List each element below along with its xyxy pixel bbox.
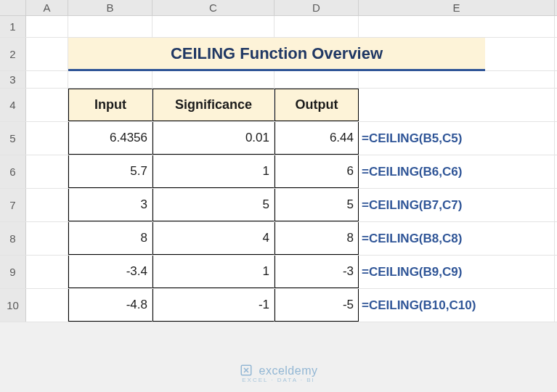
cell-output[interactable]: 6.44 [275,122,359,155]
cell-formula[interactable]: =CEILING(B8,C8) [359,222,555,255]
cell-output[interactable]: 5 [275,189,359,221]
cell-input[interactable]: 6.4356 [68,122,153,155]
cell-D3[interactable] [275,71,359,88]
cell-input[interactable]: 5.7 [68,155,153,188]
cell-formula[interactable]: =CEILING(B5,C5) [359,122,555,155]
cell-A2[interactable] [26,38,68,70]
cell-B1[interactable] [68,16,153,37]
cell-input[interactable]: -3.4 [68,256,153,288]
row-7: 7 3 5 5 =CEILING(B7,C7) [0,189,557,222]
cell-input[interactable]: 3 [68,189,153,221]
row-header-2[interactable]: 2 [0,38,26,70]
cell-output[interactable]: -5 [275,289,359,322]
row-6: 6 5.7 1 6 =CEILING(B6,C6) [0,155,557,189]
cell-C1[interactable] [153,16,275,37]
row-5: 5 6.4356 0.01 6.44 =CEILING(B5,C5) [0,122,557,155]
cell-A8[interactable] [26,222,68,255]
row-4: 4 Input Significance Output [0,89,557,122]
cell-A1[interactable] [26,16,68,37]
row-8: 8 8 4 8 =CEILING(B8,C8) [0,222,557,256]
col-header-D[interactable]: D [275,0,359,15]
row-header-10[interactable]: 10 [0,289,26,322]
row-header-1[interactable]: 1 [0,16,26,37]
cell-A4[interactable] [26,89,68,121]
col-header-C[interactable]: C [153,0,275,15]
row-9: 9 -3.4 1 -3 =CEILING(B9,C9) [0,256,557,289]
cell-significance[interactable]: 4 [153,222,275,255]
cell-significance[interactable]: -1 [153,289,275,322]
cell-formula[interactable]: =CEILING(B6,C6) [359,155,555,188]
cell-output[interactable]: 8 [275,222,359,255]
cell-formula[interactable]: =CEILING(B7,C7) [359,189,555,221]
row-header-9[interactable]: 9 [0,256,26,288]
cell-significance[interactable]: 1 [153,155,275,188]
cell-C3[interactable] [153,71,275,88]
row-header-3[interactable]: 3 [0,71,26,88]
cell-output[interactable]: 6 [275,155,359,188]
col-header-E[interactable]: E [359,0,555,15]
cell-significance[interactable]: 5 [153,189,275,221]
cell-significance[interactable]: 1 [153,256,275,288]
row-header-4[interactable]: 4 [0,89,26,121]
header-significance[interactable]: Significance [153,89,275,121]
cell-A6[interactable] [26,155,68,188]
cell-output[interactable]: -3 [275,256,359,288]
cell-B3[interactable] [68,71,153,88]
cell-E1[interactable] [359,16,555,37]
row-10: 10 -4.8 -1 -5 =CEILING(B10,C10) [0,289,557,322]
cell-E3[interactable] [359,71,555,88]
header-input[interactable]: Input [68,89,153,121]
row-3: 3 [0,71,557,89]
spreadsheet: A B C D E 1 2 3 4 Input Significance [0,0,557,322]
row-header-7[interactable]: 7 [0,189,26,221]
logo-icon [240,364,259,377]
row-header-8[interactable]: 8 [0,222,26,255]
cell-significance[interactable]: 0.01 [153,122,275,155]
row-1: 1 [0,16,557,38]
page-title: CEILING Function Overview [68,38,485,71]
cell-formula[interactable]: =CEILING(B9,C9) [359,256,555,288]
header-output[interactable]: Output [275,89,359,121]
cell-input[interactable]: -4.8 [68,289,153,322]
cell-input[interactable]: 8 [68,222,153,255]
select-all-corner[interactable] [0,0,26,15]
cell-formula[interactable]: =CEILING(B10,C10) [359,289,555,322]
watermark-tagline: EXCEL · DATA · BI [0,377,557,383]
watermark-name: exceldemy [259,364,317,377]
col-header-A[interactable]: A [26,0,68,15]
column-header-row: A B C D E [0,0,557,16]
cell-D1[interactable] [275,16,359,37]
cell-A3[interactable] [26,71,68,88]
cell-A10[interactable] [26,289,68,322]
cell-A9[interactable] [26,256,68,288]
row-header-5[interactable]: 5 [0,122,26,155]
watermark: exceldemy EXCEL · DATA · BI [0,364,557,383]
cell-E4[interactable] [359,89,555,121]
cell-A5[interactable] [26,122,68,155]
row-header-6[interactable]: 6 [0,155,26,188]
cell-A7[interactable] [26,189,68,221]
col-header-B[interactable]: B [68,0,153,15]
